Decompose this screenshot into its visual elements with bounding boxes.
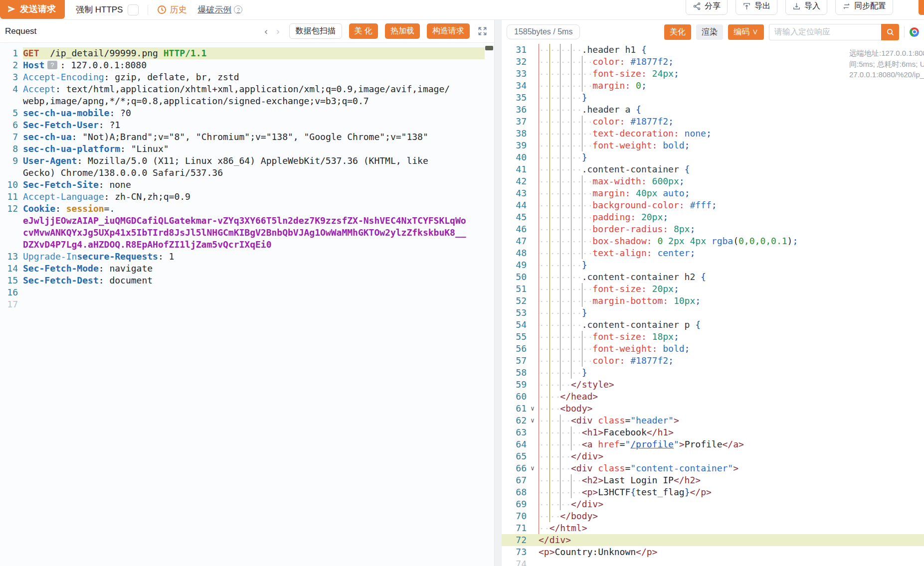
request-line: 1GET /ip_detail/99999.png HTTP/1.1 (0, 47, 485, 59)
construct-request-button[interactable]: 构造请求 (427, 23, 470, 39)
response-line: 34margin: 0; (502, 80, 924, 92)
response-toolbar: 1585bytes / 5ms 美化 渲染 编码 ∨ (502, 20, 924, 44)
indent-guide (550, 247, 560, 259)
indent-guide (539, 235, 550, 247)
indent-guide (539, 498, 550, 510)
indent-guide (571, 247, 582, 259)
fold-gutter (527, 44, 539, 56)
indent-guide (560, 92, 571, 104)
history-button[interactable]: 历史 (157, 4, 186, 15)
response-line: 44background-color: #fff; (502, 199, 924, 211)
indent-guide (560, 211, 571, 223)
prev-request-arrow[interactable]: ‹ (260, 25, 272, 37)
sync-config-button[interactable]: 同步配置 (835, 0, 893, 15)
packet-scan-button[interactable]: 数据包扫描 (289, 23, 342, 39)
clipped-orange-button[interactable] (919, 0, 924, 15)
indent-guide (539, 247, 550, 259)
line-number: 58 (502, 367, 527, 379)
indent-guide (539, 415, 550, 426)
fold-chevron-icon[interactable]: ∨ (527, 403, 539, 415)
indent-guide (550, 415, 560, 426)
panel-gap (495, 20, 502, 566)
toolbar-divider (904, 26, 905, 37)
response-line: 64<a href="/profile">Profile</a> (502, 438, 924, 450)
indent-guide (550, 187, 560, 199)
search-button[interactable] (881, 24, 899, 40)
response-editor[interactable]: 远端地址:127.0.0.1:8080; 响间:5ms; 总耗时:6ms; UR… (502, 44, 924, 566)
line-number: 70 (502, 510, 527, 522)
render-response-button[interactable]: 渲染 (696, 24, 723, 40)
indent-guide (550, 44, 560, 56)
line-number: 16 (0, 286, 18, 298)
line-number: 46 (502, 223, 527, 235)
fold-chevron-icon[interactable]: ∨ (527, 415, 539, 426)
indent-guide (539, 379, 550, 391)
indent-guide (571, 199, 582, 211)
blast-example-link[interactable]: 爆破示例 ? (197, 4, 242, 15)
force-https-option: 强制 HTTPS (76, 4, 139, 15)
indent-guide (550, 307, 560, 319)
line-number: 65 (502, 450, 527, 462)
indent-guide (571, 307, 582, 319)
indent-guide (550, 379, 560, 391)
request-scrollbar-thumb[interactable] (485, 46, 493, 50)
indent-guide (560, 247, 571, 259)
request-line: 4Accept: text/html,application/xhtml+xml… (0, 83, 485, 95)
encode-dropdown-button[interactable]: 编码 ∨ (728, 24, 764, 40)
response-line: 46border-radius: 8px; (502, 223, 924, 235)
hot-reload-button[interactable]: 热加载 (385, 23, 420, 39)
response-line: 70</body> (502, 510, 924, 522)
indent-guide (582, 80, 593, 92)
indent-guide (571, 163, 582, 175)
beautify-request-button[interactable]: 美 化 (349, 23, 378, 39)
force-https-checkbox[interactable] (128, 4, 139, 15)
response-line: 54.content-container p { (502, 319, 924, 331)
indent-guide (539, 522, 550, 534)
indent-guide (550, 259, 560, 271)
request-editor[interactable]: 1GET /ip_detail/99999.png HTTP/1.12Host?… (0, 43, 494, 566)
share-button[interactable]: 分享 (686, 0, 728, 15)
next-request-arrow[interactable]: › (272, 25, 284, 37)
line-number: 9 (0, 155, 18, 167)
export-button[interactable]: 导出 (736, 0, 777, 15)
indent-guide (539, 486, 550, 498)
line-number: 13 (0, 251, 18, 263)
indent-guide (550, 92, 560, 104)
fold-gutter (527, 355, 539, 367)
indent-guide (550, 367, 560, 379)
help-icon[interactable]: ? (234, 5, 242, 14)
request-line: 16 (0, 286, 485, 298)
locate-response-input[interactable] (769, 24, 881, 40)
chrome-icon[interactable] (910, 27, 919, 37)
indent-guide (550, 151, 560, 163)
fold-gutter (527, 486, 539, 498)
request-line: 15Sec-Fetch-Dest: document (0, 275, 485, 286)
indent-guide (550, 116, 560, 128)
beautify-response-button[interactable]: 美化 (664, 24, 691, 40)
indent-guide (550, 163, 560, 175)
indent-guide (560, 163, 571, 175)
response-line: 66∨<div class="content-container"> (502, 462, 924, 474)
indent-guide (582, 128, 593, 140)
indent-guide (560, 295, 571, 307)
indent-guide (571, 438, 582, 450)
fold-gutter (527, 68, 539, 80)
response-line: 42max-width: 600px; (502, 175, 924, 187)
line-number: 72 (502, 534, 527, 546)
send-request-button[interactable]: 发送请求 (0, 0, 65, 19)
indent-guide (560, 56, 571, 68)
fullscreen-icon[interactable] (478, 26, 487, 36)
response-line: 73<p>Country:Unknown</p> (502, 546, 924, 558)
fold-chevron-icon[interactable]: ∨ (527, 462, 539, 474)
indent-guide (560, 128, 571, 140)
line-number: 17 (0, 298, 18, 310)
request-line: Gecko) Chrome/138.0.0.0 Safari/537.36 (0, 167, 485, 179)
indent-guide (539, 462, 550, 474)
indent-guide (560, 426, 571, 438)
fold-gutter (527, 271, 539, 283)
indent-guide (582, 223, 593, 235)
import-button[interactable]: 导入 (785, 0, 827, 15)
search-icon (886, 28, 895, 36)
fold-gutter (527, 474, 539, 486)
line-number: 62 (502, 415, 527, 426)
